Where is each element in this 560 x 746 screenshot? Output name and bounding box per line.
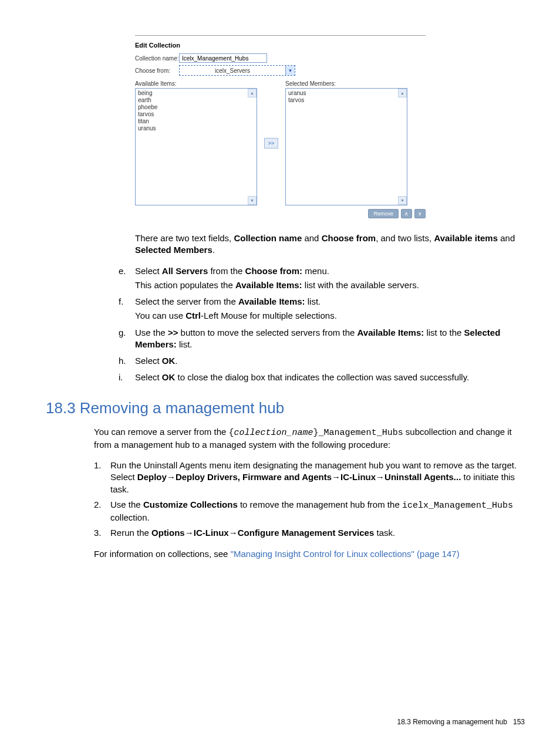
section-intro: You can remove a server from the {collec…: [94, 426, 525, 451]
collections-link[interactable]: "Managing Insight Control for Linux coll…: [231, 549, 460, 559]
remove-button[interactable]: Remove: [368, 209, 399, 218]
edit-collection-dialog: Edit Collection Collection name: Choose …: [135, 35, 426, 218]
transfer-button[interactable]: >>: [264, 138, 278, 148]
available-items-label: Available Items:: [135, 80, 257, 87]
step-1: 1. Run the Uninstall Agents menu item de…: [94, 460, 525, 495]
step-e: e. Select All Servers from the Choose fr…: [119, 265, 525, 292]
scroll-down-icon[interactable]: ▼: [398, 196, 407, 205]
list-item[interactable]: tarvos: [288, 97, 404, 104]
choose-from-value: icelx_Servers: [180, 67, 285, 74]
selected-members-listbox[interactable]: ▲ uranus tarvos ▼: [285, 88, 407, 205]
step-2: 2. Use the Customize Collections to remo…: [94, 499, 525, 524]
intro-paragraph: There are two text fields, Collection na…: [135, 232, 525, 256]
list-item[interactable]: titan: [138, 118, 254, 125]
numbered-steps: 1. Run the Uninstall Agents menu item de…: [94, 460, 525, 539]
scroll-up-icon[interactable]: ▲: [248, 89, 257, 97]
list-item[interactable]: phoebe: [138, 104, 254, 111]
choose-from-select[interactable]: icelx_Servers ▼: [179, 65, 295, 76]
selected-members-label: Selected Members:: [285, 80, 407, 87]
collection-name-input[interactable]: [179, 53, 267, 63]
section-heading: 18.3 Removing a management hub: [46, 399, 525, 417]
list-item[interactable]: earth: [138, 97, 254, 104]
step-3: 3. Rerun the Options→IC-Linux→Configure …: [94, 527, 525, 539]
scroll-up-icon[interactable]: ▲: [398, 89, 407, 97]
collection-name-label: Collection name:: [135, 55, 179, 62]
list-item[interactable]: tarvos: [138, 111, 254, 118]
move-down-button[interactable]: ∨: [414, 209, 426, 218]
move-up-button[interactable]: ∧: [401, 209, 412, 218]
chevron-down-icon[interactable]: ▼: [285, 66, 295, 75]
list-item[interactable]: uranus: [138, 125, 254, 132]
lettered-steps: e. Select All Servers from the Choose fr…: [119, 265, 525, 384]
step-h: h. Select OK.: [119, 355, 525, 367]
step-i: i. Select OK to close the dialog box tha…: [119, 372, 525, 383]
closing-paragraph: For information on collections, see "Man…: [94, 548, 525, 560]
list-item[interactable]: uranus: [288, 90, 404, 97]
step-f: f. Select the server from the Available …: [119, 296, 525, 322]
dialog-title: Edit Collection: [135, 42, 426, 49]
choose-from-label: Choose from:: [135, 67, 179, 74]
step-g: g. Use the >> button to move the selecte…: [119, 327, 525, 351]
page-footer: 18.3 Removing a management hub 153: [397, 718, 525, 726]
available-items-listbox[interactable]: ▲ being earth phoebe tarvos titan uranus…: [135, 88, 257, 205]
list-item[interactable]: being: [138, 90, 254, 97]
scroll-down-icon[interactable]: ▼: [248, 196, 257, 205]
